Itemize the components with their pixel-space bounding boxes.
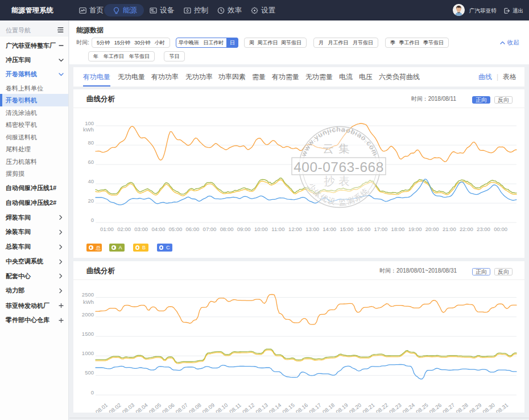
svg-text:15:00: 15:00 [340,226,353,232]
svg-text:08.17: 08.17 [308,402,323,413]
svg-text:500: 500 [85,369,94,376]
svg-text:08.07: 08.07 [175,402,189,413]
svg-text:08.31: 08.31 [495,402,510,413]
svg-text:1500: 1500 [82,331,94,337]
svg-text:08.28: 08.28 [454,402,469,413]
svg-text:08:00: 08:00 [220,226,234,232]
svg-text:08.11: 08.11 [228,402,242,413]
svg-text:02:00: 02:00 [117,226,131,232]
svg-text:17:00: 17:00 [374,226,388,232]
svg-text:08.02: 08.02 [108,402,122,413]
svg-text:08.01: 08.01 [94,402,109,413]
svg-text:60: 60 [88,159,94,165]
svg-text:08.13: 08.13 [254,402,269,413]
svg-text:08.10: 08.10 [214,402,229,413]
svg-text:80: 80 [88,139,94,146]
svg-text:08.08: 08.08 [188,402,202,413]
svg-text:00:00: 00:00 [494,226,507,232]
svg-text:01:00: 01:00 [100,226,114,232]
svg-text:14:00: 14:00 [323,226,336,232]
svg-text:19:00: 19:00 [408,226,422,232]
svg-text:08.25: 08.25 [415,402,429,413]
svg-text:kWh: kWh [83,299,94,305]
svg-text:08.22: 08.22 [375,402,390,413]
svg-text:18:00: 18:00 [391,226,405,232]
svg-text:08.21: 08.21 [361,402,376,413]
svg-text:21:00: 21:00 [443,226,456,232]
svg-text:08.12: 08.12 [241,402,256,413]
svg-text:100: 100 [85,120,94,126]
svg-text:11:00: 11:00 [271,226,284,232]
svg-text:20: 20 [88,197,94,204]
svg-text:10:00: 10:00 [254,226,268,232]
svg-text:03:00: 03:00 [134,226,148,232]
svg-text:08.26: 08.26 [428,402,443,413]
svg-text:08.09: 08.09 [201,402,216,413]
svg-text:08.04: 08.04 [134,402,149,413]
svg-text:12:00: 12:00 [288,226,302,232]
svg-text:抄表: 抄表 [324,175,353,187]
svg-text:16:00: 16:00 [357,226,371,232]
svg-text:08.03: 08.03 [121,402,136,413]
svg-text:400-0763-668: 400-0763-668 [294,159,384,175]
svg-text:云集: 云集 [323,142,354,155]
svg-text:08.06: 08.06 [161,402,176,413]
svg-text:1000: 1000 [82,350,94,356]
svg-text:08.23: 08.23 [388,402,403,413]
svg-text:0: 0 [91,389,94,396]
svg-text:08.19: 08.19 [334,402,349,413]
svg-text:08.24: 08.24 [402,402,416,413]
svg-text:08.20: 08.20 [348,402,363,413]
svg-text:2000: 2000 [82,311,94,318]
svg-text:09:00: 09:00 [237,226,251,232]
svg-text:08.05: 08.05 [148,402,163,413]
svg-text:40: 40 [88,178,94,184]
svg-text:08.15: 08.15 [281,402,296,413]
svg-text:07:00: 07:00 [203,226,217,232]
svg-text:22:00: 22:00 [460,226,473,232]
svg-text:0: 0 [91,217,94,223]
svg-text:20:00: 20:00 [425,226,439,232]
svg-text:05:00: 05:00 [169,226,183,232]
svg-text:08.16: 08.16 [295,402,309,413]
svg-text:2500: 2500 [82,291,94,298]
svg-text:04:00: 04:00 [151,226,165,232]
svg-text:13:00: 13:00 [305,226,319,232]
svg-text:06:00: 06:00 [186,226,200,232]
svg-text:23:00: 23:00 [477,226,490,232]
svg-text:08.18: 08.18 [321,402,336,413]
svg-text:08.30: 08.30 [481,402,496,413]
svg-text:08.29: 08.29 [468,402,483,413]
svg-text:08.14: 08.14 [268,402,283,413]
svg-text:08.27: 08.27 [441,402,456,413]
svg-text:kWh: kWh [83,126,94,133]
